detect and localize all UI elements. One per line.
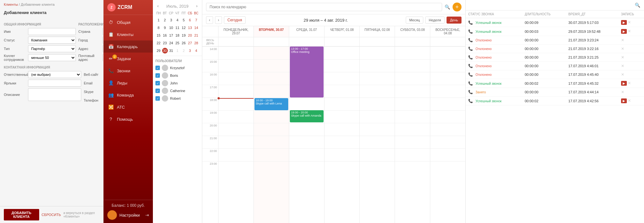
- dismiss-call-btn[interactable]: ✕: [621, 64, 624, 68]
- today-button[interactable]: Сегодня: [224, 16, 246, 24]
- calendar-add-button[interactable]: +: [453, 3, 462, 11]
- day-col-sun[interactable]: [430, 47, 465, 223]
- dismiss-call-btn[interactable]: ✕: [628, 98, 631, 103]
- dismiss-call-btn[interactable]: ✕: [621, 38, 624, 42]
- cal-day-3[interactable]: 3: [168, 16, 174, 24]
- sidebar-item-leads[interactable]: 👤 Лиды: [104, 77, 153, 89]
- dismiss-call-btn[interactable]: ✕: [628, 29, 631, 33]
- cal-day-5[interactable]: 5: [181, 16, 187, 24]
- sidebar-item-calendar[interactable]: 📅 Календарь: [104, 40, 153, 53]
- day-col-thu[interactable]: [324, 47, 360, 223]
- cal-day-12[interactable]: 12: [181, 24, 187, 32]
- add-client-button[interactable]: ДОБАВИТЬ КЛИЕНТА: [4, 209, 39, 220]
- event-skype-lena[interactable]: 18:00 - 19:00 Skype call with Lena: [254, 98, 288, 110]
- cal-day-aug4[interactable]: 4: [193, 47, 199, 54]
- cal-day-31[interactable]: 31: [168, 47, 174, 54]
- week-view-btn[interactable]: Неделя: [425, 17, 444, 24]
- user-row-krzysztof[interactable]: Krzysztof: [155, 65, 199, 71]
- cancel-button[interactable]: СБРОСИТЬ: [42, 213, 61, 217]
- cal-day-1[interactable]: 1: [155, 16, 162, 24]
- cal-day-8[interactable]: 8: [155, 24, 162, 32]
- cal-day-30-today[interactable]: 30: [162, 48, 168, 54]
- cal-day-aug2[interactable]: 2: [181, 47, 187, 54]
- cal-next-week-btn[interactable]: ›: [215, 16, 222, 24]
- sidebar-item-calls[interactable]: 📞 Звонки: [104, 65, 153, 77]
- type-select[interactable]: Партнёр: [28, 45, 76, 52]
- user-checkbox-boris[interactable]: [155, 73, 160, 78]
- sidebar-item-general[interactable]: ⏱ Общая: [104, 16, 153, 28]
- event-skype-amanda[interactable]: 19:00 - 20:00 Skype call with Amanda: [290, 110, 324, 122]
- sidebar-item-ats[interactable]: 🔀 АТС: [104, 101, 153, 113]
- logout-icon[interactable]: ⇥: [145, 212, 149, 218]
- day-col-fri[interactable]: [359, 47, 395, 223]
- status-select[interactable]: Компания: [28, 37, 76, 44]
- cal-day-9[interactable]: 9: [162, 24, 168, 32]
- cal-day-25[interactable]: 25: [174, 39, 181, 47]
- cal-day-22[interactable]: 22: [155, 39, 162, 47]
- sidebar-item-clients[interactable]: 📋 Клиенты: [104, 28, 153, 40]
- mini-cal-prev[interactable]: ‹: [156, 3, 160, 9]
- user-checkbox-krzysztof[interactable]: [155, 66, 160, 70]
- sidebar-item-tasks[interactable]: ✏ Задачи 2: [104, 53, 153, 65]
- play-recording-btn[interactable]: ▶: [621, 29, 627, 34]
- user-row-catherine[interactable]: Catherine: [155, 88, 199, 94]
- cal-day-13[interactable]: 13: [187, 24, 193, 32]
- dismiss-call-btn[interactable]: ✕: [621, 72, 624, 77]
- user-checkbox-catherine[interactable]: [155, 89, 160, 93]
- responsible-select[interactable]: (не выбран): [28, 71, 81, 78]
- day-col-wed[interactable]: 13:00 - 17:00 Office meeting 19:00 - 20:…: [289, 47, 324, 223]
- dismiss-call-btn[interactable]: ✕: [621, 90, 624, 94]
- day-col-sat[interactable]: [395, 47, 430, 223]
- cal-day-28[interactable]: 28: [193, 39, 199, 47]
- cal-day-10[interactable]: 10: [168, 24, 174, 32]
- play-recording-btn[interactable]: ▶: [621, 81, 627, 86]
- user-checkbox-john[interactable]: [155, 81, 160, 85]
- settings-row[interactable]: Настройки ⇥: [107, 210, 149, 220]
- user-row-robert[interactable]: Robert: [155, 95, 199, 102]
- cal-day-20[interactable]: 20: [187, 32, 193, 39]
- sidebar-item-team[interactable]: 👥 Команда: [104, 89, 153, 101]
- email-location-input[interactable]: [103, 54, 103, 61]
- cal-day-7[interactable]: 7: [193, 16, 199, 24]
- description-textarea[interactable]: [28, 88, 81, 101]
- sidebar-item-help[interactable]: ? Помощь: [104, 113, 153, 125]
- day-col-mon[interactable]: [218, 47, 254, 223]
- cal-day-24[interactable]: 24: [168, 39, 174, 47]
- cal-day-29[interactable]: 29: [155, 47, 162, 54]
- event-office-meeting[interactable]: 13:00 - 17:00 Office meeting: [290, 47, 324, 97]
- dismiss-call-btn[interactable]: ✕: [621, 55, 624, 60]
- cal-day-14[interactable]: 14: [193, 24, 199, 32]
- cal-day-17[interactable]: 17: [168, 32, 174, 39]
- day-view-btn[interactable]: День: [447, 17, 462, 24]
- cal-day-11[interactable]: 11: [174, 24, 181, 32]
- cal-day-23[interactable]: 23: [162, 39, 168, 47]
- cal-day-26[interactable]: 26: [181, 39, 187, 47]
- address-input[interactable]: [103, 45, 103, 52]
- play-recording-btn[interactable]: ▶: [621, 20, 627, 25]
- cal-day-16[interactable]: 16: [162, 32, 168, 39]
- city-input[interactable]: [103, 37, 103, 44]
- mini-cal-next[interactable]: ›: [195, 3, 199, 9]
- cal-day-4[interactable]: 4: [174, 16, 181, 24]
- breadcrumb-parent[interactable]: Клиенты: [4, 3, 18, 6]
- user-row-boris[interactable]: Boris: [155, 72, 199, 79]
- cal-prev-week-btn[interactable]: ‹: [206, 16, 213, 24]
- cal-day-15[interactable]: 15: [155, 32, 162, 39]
- colleagues-select[interactable]: меньше 50: [28, 54, 76, 61]
- cal-day-aug3[interactable]: 3: [187, 47, 193, 54]
- labels-input[interactable]: [28, 80, 81, 87]
- user-checkbox-robert[interactable]: [155, 96, 160, 101]
- cal-day-27[interactable]: 27: [187, 39, 193, 47]
- cal-day-6[interactable]: 6: [187, 16, 193, 24]
- dismiss-call-btn[interactable]: ✕: [621, 47, 624, 51]
- user-row-john[interactable]: John: [155, 80, 199, 86]
- calls-search-icon[interactable]: 🔍: [635, 3, 640, 8]
- name-input[interactable]: [28, 28, 76, 35]
- month-view-btn[interactable]: Месяц: [406, 17, 423, 24]
- calendar-search-input[interactable]: [206, 3, 442, 11]
- cal-day-18[interactable]: 18: [174, 32, 181, 39]
- cal-day-2[interactable]: 2: [162, 16, 168, 24]
- cal-day-19[interactable]: 19: [181, 32, 187, 39]
- calendar-search-button[interactable]: 🔍: [445, 4, 450, 10]
- play-recording-btn[interactable]: ▶: [621, 98, 627, 103]
